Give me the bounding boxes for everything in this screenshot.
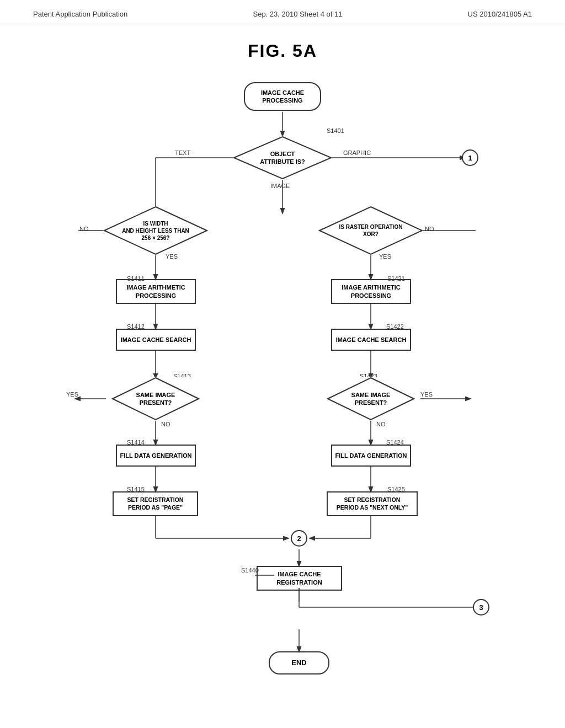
header-left: Patent Application Publication [33,10,127,18]
graphic-branch-label: GRAPHIC [343,149,371,156]
yes2-label: YES [379,253,391,260]
fig-title: FIG. 5A [0,41,565,61]
header-right: US 2010/241805 A1 [468,10,532,18]
box-arithmetic-1: IMAGE ARITHMETIC PROCESSING [116,279,196,304]
start-node: IMAGE CACHE PROCESSING [244,82,321,111]
s1401-label: S1401 [327,127,344,134]
connector-3: 3 [473,599,489,615]
decision-width: IS WIDTH AND HEIGHT LESS THAN 256 × 256? [103,206,208,255]
box-arithmetic-2: IMAGE ARITHMETIC PROCESSING [331,279,411,304]
box-cache-registration: IMAGE CACHE REGISTRATION [257,566,342,591]
no4-label: NO [376,421,386,427]
box-fill-data-2: FILL DATA GENERATION [331,445,411,467]
yes3-label: YES [66,391,78,398]
box-fill-data-1: FILL DATA GENERATION [116,445,196,467]
no3-label: NO [161,421,170,427]
decision-same-image-2: SAME IMAGE PRESENT? [327,377,415,421]
header-center: Sep. 23, 2010 Sheet 4 of 11 [253,10,342,18]
decision-raster: IS RASTER OPERATION XOR? [318,206,423,255]
connector-2: 2 [291,530,307,547]
box-cache-search-1: IMAGE CACHE SEARCH [116,329,196,351]
box-cache-search-2: IMAGE CACHE SEARCH [331,329,411,351]
box-set-reg-page: SET REGISTRATION PERIOD AS "PAGE" [113,491,198,516]
image-branch-label: IMAGE [270,183,290,189]
text-branch-label: TEXT [175,149,190,156]
yes1-label: YES [166,253,178,260]
no2-label: NO [425,226,434,232]
no1-label: NO [79,226,89,232]
diagram-container: IMAGE CACHE PROCESSING S1401 OBJECT ATTR… [45,72,520,695]
box-set-reg-next: SET REGISTRATION PERIOD AS "NEXT ONLY" [327,491,418,516]
end-node: END [269,651,329,675]
connector-1: 1 [462,149,478,166]
decision-attribute: OBJECT ATTRIBUTE IS? [233,136,332,180]
decision-same-image-1: SAME IMAGE PRESENT? [111,377,200,421]
page-header: Patent Application Publication Sep. 23, … [0,0,565,24]
yes4-label: YES [420,391,433,398]
